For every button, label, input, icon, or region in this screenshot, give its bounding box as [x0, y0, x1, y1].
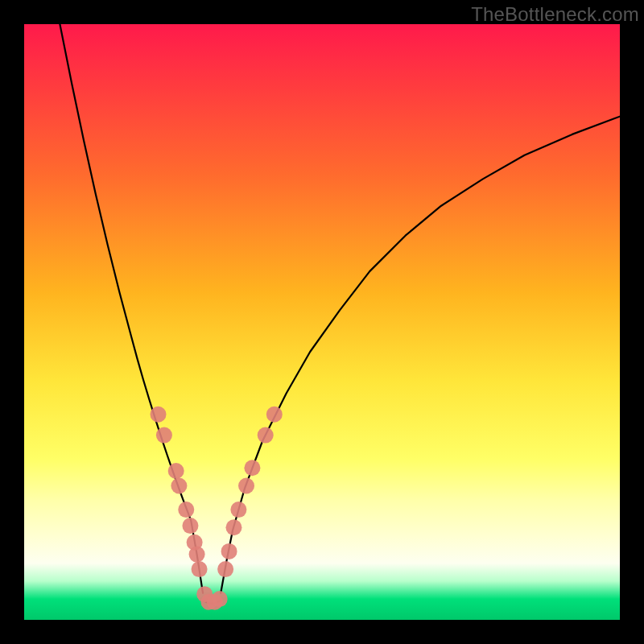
marker-dot [225, 519, 242, 535]
marker-dot [178, 502, 194, 518]
outer-frame: TheBottleneck.com [0, 0, 644, 644]
marker-dot [221, 543, 237, 559]
marker-dot [156, 427, 172, 444]
marker-dot [182, 518, 198, 534]
marker-dot [244, 460, 260, 476]
marker-dot [238, 478, 254, 494]
gradient-background [24, 24, 620, 620]
marker-dot [217, 561, 233, 577]
marker-dot [230, 502, 246, 518]
marker-dot [266, 407, 283, 423]
plot-area [24, 24, 620, 620]
marker-dot [151, 407, 167, 423]
marker-dot [258, 427, 274, 444]
chart-svg [24, 24, 620, 620]
marker-dot [189, 547, 205, 563]
marker-dot [168, 463, 184, 479]
watermark-text: TheBottleneck.com [471, 3, 639, 26]
marker-dot [171, 478, 187, 494]
marker-dot [192, 561, 208, 577]
marker-dot [212, 591, 228, 607]
